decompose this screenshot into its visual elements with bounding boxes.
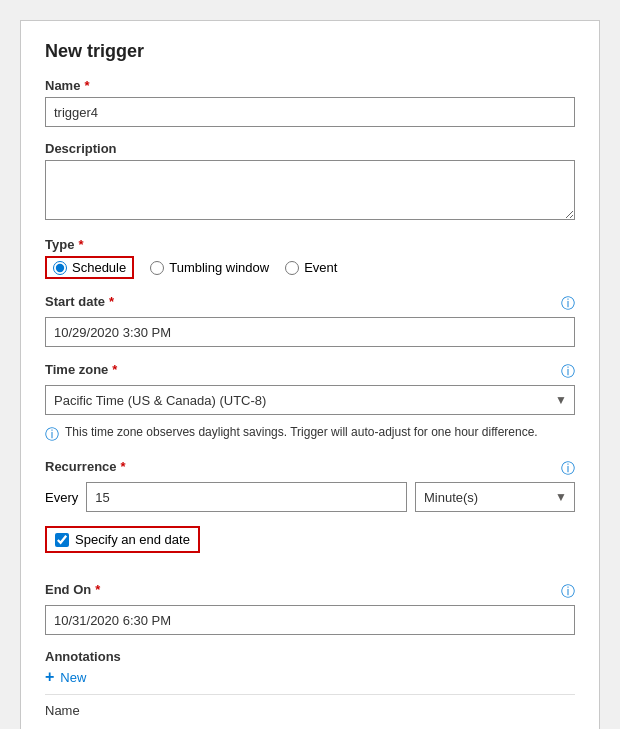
name-input[interactable] [45,97,575,127]
recurrence-label-row: Recurrence* ⓘ [45,458,575,478]
type-option-event[interactable]: Event [285,260,337,275]
name-label: Name* [45,78,575,93]
time-zone-label-row: Time zone* ⓘ [45,361,575,381]
recurrence-value-input[interactable] [86,482,407,512]
add-annotation-row[interactable]: + New [45,668,575,686]
time-zone-select[interactable]: Pacific Time (US & Canada) (UTC-8) [45,385,575,415]
type-option-schedule[interactable]: Schedule [45,256,134,279]
start-date-label: Start date* [45,294,114,309]
description-input[interactable] [45,160,575,220]
type-label: Type* [45,237,575,252]
specify-end-date-checkbox[interactable] [55,533,69,547]
time-zone-field-group: Time zone* ⓘ Pacific Time (US & Canada) … [45,361,575,415]
plus-icon: + [45,668,54,686]
time-zone-info-icon[interactable]: ⓘ [561,363,575,381]
recurrence-unit-select[interactable]: Minute(s) [415,482,575,512]
specify-end-date-checkbox-row[interactable]: Specify an end date [45,526,200,553]
annotations-label: Annotations [45,649,575,664]
specify-end-date-wrapper: Specify an end date [45,526,575,567]
end-on-label-row: End On* ⓘ [45,581,575,601]
start-date-label-row: Start date* ⓘ [45,293,575,313]
end-on-input[interactable] [45,605,575,635]
start-date-field-group: Start date* ⓘ [45,293,575,347]
description-field-group: Description [45,141,575,223]
start-date-input[interactable] [45,317,575,347]
annotations-name-col: Name [45,703,80,718]
time-zone-label: Time zone* [45,362,117,377]
end-on-label: End On* [45,582,100,597]
annotations-divider [45,694,575,695]
recurrence-unit-select-wrapper: Minute(s) ▼ [415,482,575,512]
time-zone-select-wrapper: Pacific Time (US & Canada) (UTC-8) ▼ [45,385,575,415]
recurrence-info-icon[interactable]: ⓘ [561,460,575,478]
end-on-info-icon[interactable]: ⓘ [561,583,575,601]
type-option-tumbling[interactable]: Tumbling window [150,260,269,275]
info-circle-icon: ⓘ [45,426,59,444]
end-on-field-group: End On* ⓘ [45,581,575,635]
type-field-group: Type* Schedule Tumbling window Event [45,237,575,279]
start-date-info-icon[interactable]: ⓘ [561,295,575,313]
recurrence-row: Every Minute(s) ▼ [45,482,575,512]
recurrence-label: Recurrence* [45,459,126,474]
specify-end-date-label: Specify an end date [75,532,190,547]
panel-title: New trigger [45,41,575,62]
time-zone-note: ⓘ This time zone observes daylight savin… [45,425,575,444]
every-label: Every [45,490,78,505]
name-field-group: Name* [45,78,575,127]
annotations-section: Annotations + New Name [45,649,575,718]
new-trigger-panel: New trigger Name* Description Type* Sche… [20,20,600,729]
description-label: Description [45,141,575,156]
type-radio-event[interactable] [285,261,299,275]
type-options-row: Schedule Tumbling window Event [45,256,575,279]
type-radio-schedule[interactable] [53,261,67,275]
add-annotation-label: New [60,670,86,685]
recurrence-field-group: Recurrence* ⓘ Every Minute(s) ▼ [45,458,575,512]
type-radio-tumbling[interactable] [150,261,164,275]
